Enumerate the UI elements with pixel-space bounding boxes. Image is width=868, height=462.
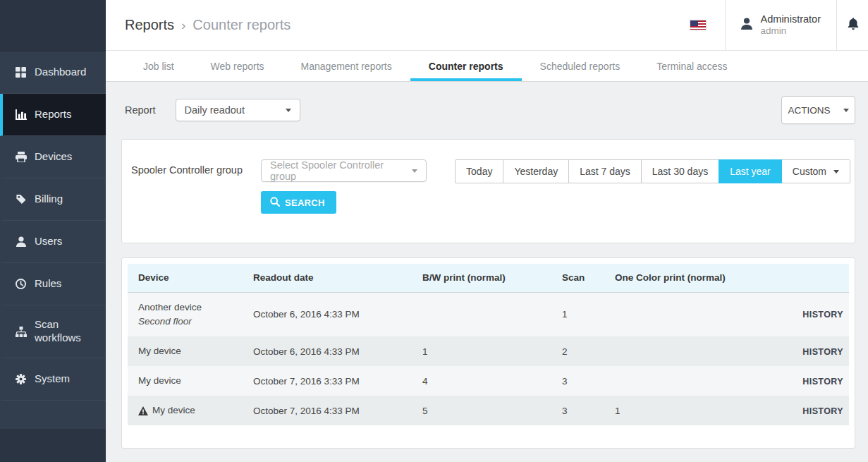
history-link[interactable]: HISTORY: [802, 347, 843, 357]
readout-date: October 6, 2016 4:33 PM: [243, 336, 412, 366]
breadcrumb-section[interactable]: Reports: [125, 17, 174, 33]
filter-panel: Spooler Controller group Select Spooler …: [121, 139, 855, 243]
tab-bar: Job list Web reports Management reports …: [106, 51, 868, 82]
history-link[interactable]: HISTORY: [802, 406, 843, 416]
col-bw-print: B/W print (normal): [412, 264, 551, 292]
readout-date: October 7, 2016 4:33 PM: [243, 396, 412, 425]
breadcrumb-separator: ›: [181, 17, 185, 33]
range-label: Last 7 days: [580, 166, 630, 177]
sidebar-item-label: Billing: [35, 193, 63, 206]
range-label: Today: [466, 166, 492, 177]
range-label: Last 30 days: [652, 166, 708, 177]
bw-print-count: [412, 292, 551, 336]
language-selector[interactable]: [671, 0, 725, 50]
us-flag-icon: [690, 20, 707, 30]
range-label: Last year: [730, 166, 771, 177]
counter-report-table: Device Readout date B/W print (normal) S…: [128, 264, 849, 425]
bar-chart-icon: [15, 109, 27, 121]
device-name: My device: [138, 374, 181, 388]
filter-left: Spooler Controller group Select Spooler …: [131, 159, 427, 214]
user-display-name: Administrator: [761, 13, 821, 25]
one-color-count: 1: [604, 396, 749, 425]
range-today-button[interactable]: Today: [455, 159, 503, 183]
bell-icon: [847, 17, 860, 33]
table-row: My device October 6, 2016 4:33 PM 1 2 HI…: [128, 336, 849, 366]
tab-terminal-access[interactable]: Terminal access: [638, 51, 745, 81]
breadcrumb: Reports › Counter reports: [106, 0, 671, 50]
sitemap-icon: [15, 326, 27, 338]
user-icon: [15, 236, 27, 248]
spooler-group-label: Spooler Controller group: [131, 164, 243, 176]
tag-icon: [15, 193, 27, 205]
date-range-group: Today Yesterday Last 7 days Last 30 days…: [455, 159, 850, 183]
tab-label: Management reports: [301, 61, 392, 72]
col-one-color-print: One Color print (normal): [604, 264, 749, 292]
device-location: Second floor: [138, 315, 237, 329]
notifications-button[interactable]: [837, 0, 868, 50]
sidebar-item-label: Devices: [35, 150, 72, 164]
sidebar-item-devices[interactable]: Devices: [0, 136, 106, 178]
actions-button-label: ACTIONS: [788, 105, 830, 116]
col-actions: [749, 264, 849, 292]
history-link[interactable]: HISTORY: [802, 310, 843, 320]
sidebar-item-reports[interactable]: Reports: [0, 94, 106, 136]
search-button[interactable]: SEARCH: [261, 191, 336, 214]
bw-print-count: 5: [412, 396, 551, 425]
range-last-year-button[interactable]: Last year: [719, 159, 782, 183]
sidebar-item-label: System: [35, 372, 70, 386]
sidebar-item-dashboard[interactable]: Dashboard: [0, 51, 106, 94]
table-row: My device October 7, 2016 4:33 PM 5 3 1 …: [128, 396, 849, 425]
chevron-down-icon: [412, 169, 417, 173]
dashboard-grid-icon: [15, 66, 27, 78]
tab-job-list[interactable]: Job list: [125, 51, 192, 81]
results-panel: Device Readout date B/W print (normal) S…: [121, 257, 855, 449]
bw-print-count: 4: [412, 366, 551, 396]
scan-count: 1: [551, 292, 604, 336]
sidebar-item-scan-workflows[interactable]: Scan workflows: [0, 305, 106, 358]
tab-web-reports[interactable]: Web reports: [192, 51, 283, 81]
col-scan: Scan: [551, 264, 604, 292]
scan-count: 3: [551, 366, 604, 396]
sidebar-item-system[interactable]: System: [0, 358, 106, 401]
tab-counter-reports[interactable]: Counter reports: [410, 51, 522, 81]
chevron-down-icon: [843, 109, 849, 112]
tab-management-reports[interactable]: Management reports: [283, 51, 410, 81]
col-device: Device: [128, 264, 243, 292]
table-header-row: Device Readout date B/W print (normal) S…: [128, 264, 849, 292]
range-last-30-days-button[interactable]: Last 30 days: [641, 159, 719, 183]
device-name: My device: [138, 344, 181, 358]
range-last-7-days-button[interactable]: Last 7 days: [568, 159, 642, 183]
spooler-group-select[interactable]: Select Spooler Controller group: [261, 159, 427, 182]
sidebar-item-label: Dashboard: [35, 66, 86, 79]
report-bar: Report Daily readout ACTIONS: [121, 96, 855, 124]
search-button-label: SEARCH: [285, 197, 325, 208]
clock-icon: [15, 278, 27, 290]
sidebar-item-rules[interactable]: Rules: [0, 263, 106, 305]
sidebar-footer: [0, 429, 106, 462]
printer-icon: [15, 151, 27, 163]
sidebar-item-billing[interactable]: Billing: [0, 178, 106, 221]
tab-label: Terminal access: [656, 61, 727, 72]
range-yesterday-button[interactable]: Yesterday: [503, 159, 569, 183]
history-link[interactable]: HISTORY: [802, 377, 843, 387]
logo-area: [0, 0, 106, 51]
table-row: Another device Second floor October 6, 2…: [128, 292, 849, 336]
sidebar-item-users[interactable]: Users: [0, 221, 106, 263]
warning-icon: [138, 406, 148, 415]
col-readout-date: Readout date: [243, 264, 412, 292]
user-icon: [741, 18, 752, 32]
tab-scheduled-reports[interactable]: Scheduled reports: [522, 51, 639, 81]
report-type-value: Daily readout: [185, 104, 245, 116]
range-custom-button[interactable]: Custom: [781, 159, 850, 183]
report-type-select[interactable]: Daily readout: [176, 99, 300, 121]
tab-label: Web reports: [211, 61, 264, 72]
user-menu[interactable]: Administrator admin: [726, 0, 836, 50]
app-window: Dashboard Reports Devices Billing Users: [0, 0, 868, 462]
sidebar: Dashboard Reports Devices Billing Users: [0, 0, 106, 462]
tab-label: Counter reports: [429, 61, 503, 72]
actions-button[interactable]: ACTIONS: [781, 96, 855, 124]
user-info: Administrator admin: [761, 13, 821, 37]
range-label: Custom: [793, 166, 826, 177]
sidebar-item-label: Reports: [35, 108, 72, 121]
gear-icon: [15, 373, 27, 385]
